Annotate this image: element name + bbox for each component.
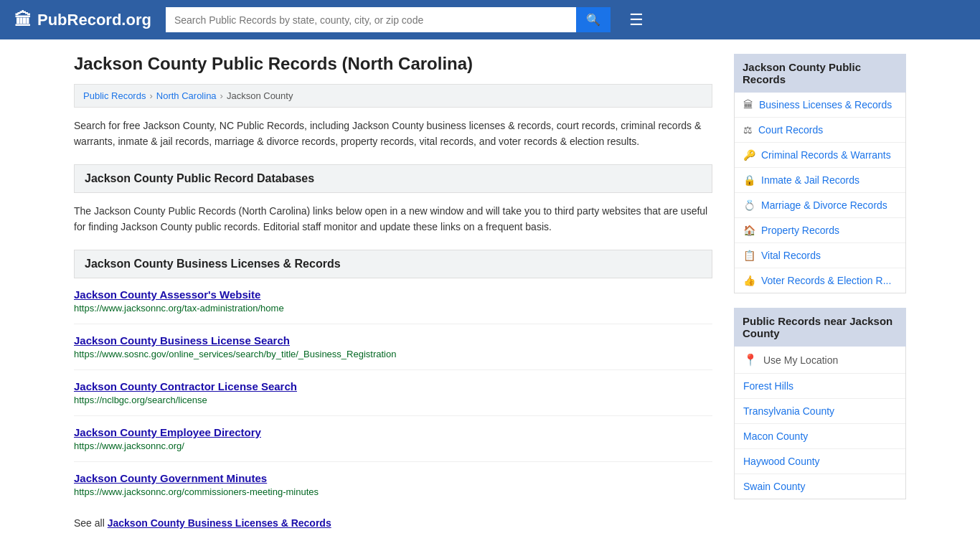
sidebar-item-criminal-label: Criminal Records & Warrants (761, 149, 891, 161)
sidebar-item-court[interactable]: ⚖ Court Records (735, 118, 905, 143)
search-bar: 🔍 (166, 7, 611, 32)
logo-text: PubRecord.org (37, 11, 151, 29)
property-icon: 🏠 (743, 225, 755, 236)
sidebar-nearby-swain[interactable]: Swain County (735, 474, 905, 499)
record-entry-4: Jackson County Government Minutes https:… (74, 472, 712, 507)
criminal-icon: 🔑 (743, 149, 755, 161)
sidebar-item-voter[interactable]: 👍 Voter Records & Election R... (735, 268, 905, 293)
record-url-4: https://www.jacksonnc.org/commissioners-… (74, 486, 712, 497)
sidebar-nearby-list: 📍 Use My Location Forest Hills Transylva… (734, 347, 906, 499)
location-dot-icon: 📍 (743, 353, 758, 367)
record-link-4[interactable]: Jackson County Government Minutes (74, 472, 712, 484)
sidebar-item-inmate-label: Inmate & Jail Records (761, 174, 859, 186)
sidebar-nearby: Public Records near Jackson County 📍 Use… (734, 308, 906, 499)
sidebar-item-voter-label: Voter Records & Election R... (761, 275, 891, 286)
record-link-3[interactable]: Jackson County Employee Directory (74, 426, 712, 438)
see-all-link[interactable]: Jackson County Business Licenses & Recor… (108, 517, 331, 529)
record-url-1: https://www.sosnc.gov/online_services/se… (74, 349, 712, 359)
logo-icon: 🏛 (14, 10, 32, 30)
swain-label: Swain County (743, 481, 805, 492)
sidebar-item-business[interactable]: 🏛 Business Licenses & Records (735, 93, 905, 118)
search-input[interactable] (166, 7, 576, 32)
business-icon: 🏛 (743, 99, 753, 110)
site-header: 🏛 PubRecord.org 🔍 ☰ (0, 0, 980, 39)
main-content: Jackson County Public Records (North Car… (74, 54, 712, 529)
sidebar-pr-title: Jackson County Public Records (734, 54, 906, 93)
sidebar-nearby-haywood[interactable]: Haywood County (735, 449, 905, 474)
record-url-3: https://www.jacksonnc.org/ (74, 441, 712, 451)
transylvania-label: Transylvania County (743, 405, 834, 417)
record-link-2[interactable]: Jackson County Contractor License Search (74, 380, 712, 392)
breadcrumb-public-records[interactable]: Public Records (83, 90, 146, 101)
intro-text: Search for free Jackson County, NC Publi… (74, 118, 712, 150)
logo[interactable]: 🏛 PubRecord.org (14, 10, 151, 30)
macon-label: Macon County (743, 430, 808, 442)
record-entry-1: Jackson County Business License Search h… (74, 334, 712, 370)
sidebar-item-vital[interactable]: 📋 Vital Records (735, 243, 905, 268)
haywood-label: Haywood County (743, 456, 820, 467)
breadcrumb-north-carolina[interactable]: North Carolina (156, 90, 217, 101)
sidebar-item-vital-label: Vital Records (761, 250, 821, 261)
sidebar: Jackson County Public Records 🏛 Business… (734, 54, 906, 529)
menu-button[interactable]: ☰ (629, 11, 644, 29)
see-all-text: See all Jackson County Business Licenses… (74, 517, 712, 529)
business-section-header: Jackson County Business Licenses & Recor… (74, 250, 712, 278)
record-url-0: https://www.jacksonnc.org/tax-administra… (74, 303, 712, 314)
business-records-list: Jackson County Assessor's Website https:… (74, 288, 712, 529)
sidebar-item-inmate[interactable]: 🔒 Inmate & Jail Records (735, 168, 905, 193)
record-url-2: https://nclbgc.org/search/license (74, 395, 712, 405)
record-link-1[interactable]: Jackson County Business License Search (74, 334, 712, 347)
record-entry-0: Jackson County Assessor's Website https:… (74, 288, 712, 324)
page-container: Jackson County Public Records (North Car… (60, 39, 920, 543)
sidebar-use-location[interactable]: 📍 Use My Location (735, 347, 905, 374)
sidebar-item-property-label: Property Records (761, 225, 839, 236)
breadcrumb-sep-1: › (149, 90, 152, 101)
sidebar-nearby-transylvania[interactable]: Transylvania County (735, 399, 905, 424)
search-button[interactable]: 🔍 (576, 7, 611, 32)
sidebar-public-records: Jackson County Public Records 🏛 Business… (734, 54, 906, 293)
breadcrumb: Public Records › North Carolina › Jackso… (74, 84, 712, 108)
sidebar-item-marriage-label: Marriage & Divorce Records (761, 199, 887, 211)
court-icon: ⚖ (743, 124, 753, 136)
breadcrumb-jackson-county: Jackson County (227, 90, 293, 101)
sidebar-item-marriage[interactable]: 💍 Marriage & Divorce Records (735, 193, 905, 218)
marriage-icon: 💍 (743, 199, 755, 211)
voter-icon: 👍 (743, 275, 755, 286)
inmate-icon: 🔒 (743, 174, 755, 186)
record-link-0[interactable]: Jackson County Assessor's Website (74, 288, 712, 301)
page-title: Jackson County Public Records (North Car… (74, 54, 712, 74)
sidebar-nearby-forest-hills[interactable]: Forest Hills (735, 374, 905, 399)
sidebar-item-property[interactable]: 🏠 Property Records (735, 218, 905, 243)
sidebar-item-court-label: Court Records (758, 124, 823, 136)
record-entry-3: Jackson County Employee Directory https:… (74, 426, 712, 462)
forest-hills-label: Forest Hills (743, 380, 793, 392)
vital-icon: 📋 (743, 250, 755, 261)
sidebar-pr-list: 🏛 Business Licenses & Records ⚖ Court Re… (734, 93, 906, 293)
use-location-label: Use My Location (763, 354, 838, 366)
sidebar-nearby-macon[interactable]: Macon County (735, 424, 905, 449)
sidebar-item-business-label: Business Licenses & Records (759, 99, 892, 110)
breadcrumb-sep-2: › (220, 90, 223, 101)
sidebar-item-criminal[interactable]: 🔑 Criminal Records & Warrants (735, 143, 905, 168)
record-entry-2: Jackson County Contractor License Search… (74, 380, 712, 416)
databases-description: The Jackson County Public Records (North… (74, 203, 712, 235)
sidebar-nearby-title: Public Records near Jackson County (734, 308, 906, 347)
databases-section-header: Jackson County Public Record Databases (74, 164, 712, 193)
